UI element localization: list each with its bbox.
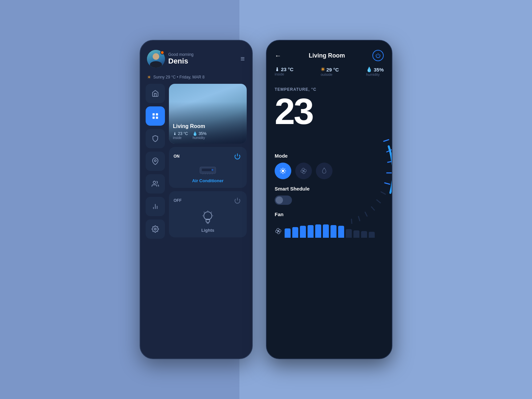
svg-rect-2 (153, 117, 155, 119)
lights-device-card: OFF (169, 191, 247, 237)
svg-point-45 (282, 170, 284, 172)
svg-point-5 (153, 181, 156, 184)
weather-bar: ☀ Sunny 29 °C • Friday, MAR 8 (146, 74, 247, 80)
room-title: Living Room (309, 52, 345, 59)
back-button[interactable]: ← (275, 52, 281, 60)
svg-line-44 (385, 183, 390, 184)
svg-line-50 (281, 169, 282, 170)
ac-icon-wrap (174, 166, 242, 176)
avatar[interactable] (147, 50, 165, 68)
sidebar-item-location[interactable] (146, 152, 165, 171)
fan-bar-1[interactable] (285, 228, 291, 238)
phones-container: Good morning Denis ≡ ☀ Sunny 29 °C • Fri… (140, 40, 392, 359)
fan-spin-icon (275, 227, 282, 236)
temperature-section: TEMPERATURE, °C 23 (267, 82, 392, 146)
user-name: Denis (168, 57, 240, 66)
outside-stat: ☀ 29 °C outside (321, 66, 339, 76)
inside-temp-stat: 🌡 23 °C inside (173, 131, 188, 140)
weather-text: Sunny 29 °C • Friday, MAR 8 (153, 75, 204, 79)
drop-icon: 💧 (366, 66, 372, 72)
humidity-value: 💧 35% (193, 131, 206, 136)
svg-line-53 (281, 172, 282, 173)
svg-line-52 (284, 169, 285, 170)
svg-rect-0 (153, 113, 155, 115)
ac-device-card: ON (169, 147, 247, 188)
notification-badge (160, 51, 164, 55)
svg-point-9 (154, 228, 156, 230)
greeting-text: Good morning (168, 52, 240, 57)
lights-name: Lights (174, 228, 242, 233)
humidity-stat: 💧 35% humidity (193, 131, 206, 140)
droplet-icon: 💧 (193, 131, 198, 136)
svg-line-34 (381, 192, 385, 194)
svg-point-20 (204, 212, 212, 220)
phone2-header: ← Living Room (267, 41, 392, 66)
fan-bar-2[interactable] (292, 227, 298, 238)
inside-label: inside (173, 136, 182, 140)
sidebar-item-analytics[interactable] (146, 197, 165, 216)
svg-point-55 (278, 230, 279, 232)
svg-line-51 (284, 172, 285, 173)
phone1: Good morning Denis ≡ ☀ Sunny 29 °C • Fri… (140, 40, 253, 359)
greeting-wrap: Good morning Denis (165, 52, 240, 66)
svg-line-39 (351, 219, 352, 223)
humidity-value: 💧 35% (366, 66, 384, 72)
phone2: ← Living Room 🌡 23 °C inside ☀ (266, 40, 392, 359)
lights-status: OFF (174, 198, 182, 203)
humidity-stat: 💧 35% humidity (366, 66, 384, 76)
sidebar-item-security[interactable] (146, 129, 165, 148)
lights-card-header: OFF (174, 196, 242, 205)
power-button[interactable] (372, 50, 384, 61)
sun-small-icon: ☀ (321, 66, 325, 72)
gauge-arc (301, 80, 392, 266)
lights-power-button[interactable] (233, 196, 242, 205)
phone1-header: Good morning Denis ≡ (146, 49, 247, 70)
phone1-content: Living Room 🌡 23 °C inside (146, 84, 247, 350)
svg-line-38 (358, 216, 360, 221)
ac-card-header: ON (174, 152, 242, 161)
sidebar-item-grid[interactable] (146, 106, 165, 126)
inside-stat: 🌡 23 °C inside (275, 66, 294, 76)
room-card[interactable]: Living Room 🌡 23 °C inside (169, 84, 247, 144)
inside-temp: 🌡 23 °C (275, 66, 294, 72)
outside-temp: ☀ 29 °C (321, 66, 339, 72)
menu-icon[interactable]: ≡ (240, 55, 245, 63)
thermometer-icon: 🌡 (173, 131, 177, 136)
thermometer-small-icon: 🌡 (275, 66, 280, 72)
main-area: Living Room 🌡 23 °C inside (169, 84, 247, 350)
inside-stat-label: inside (275, 72, 284, 76)
humidity-label: humidity (193, 136, 205, 140)
svg-line-35 (377, 200, 380, 203)
ac-name: Air Conditioner (174, 178, 242, 183)
sidebar-item-settings[interactable] (146, 219, 165, 239)
svg-rect-3 (156, 117, 158, 119)
svg-line-24 (211, 212, 212, 212)
outside-stat-label: outside (321, 72, 332, 76)
mode-cool-button[interactable] (275, 163, 291, 179)
sun-icon: ☀ (147, 74, 151, 80)
svg-line-40 (384, 140, 389, 141)
humidity-stat-label: humidity (366, 72, 380, 76)
bulb-icon-wrap (174, 210, 242, 225)
svg-point-13 (211, 169, 213, 171)
svg-line-37 (365, 212, 367, 216)
sidebar (146, 84, 166, 350)
svg-rect-1 (156, 113, 158, 115)
ac-status: ON (174, 154, 180, 159)
ac-power-button[interactable] (233, 152, 242, 161)
room-name: Living Room (173, 123, 243, 129)
sidebar-item-home[interactable] (146, 84, 165, 103)
sidebar-item-users[interactable] (146, 174, 165, 194)
svg-line-25 (204, 212, 204, 212)
room-stats: 🌡 23 °C inside 💧 35% humidity (173, 131, 243, 140)
room-card-content: Living Room 🌡 23 °C inside (169, 119, 247, 144)
svg-point-4 (154, 160, 156, 162)
schedule-toggle[interactable] (275, 196, 292, 205)
svg-line-36 (371, 207, 374, 210)
inside-temp-value: 🌡 23 °C (173, 131, 188, 136)
